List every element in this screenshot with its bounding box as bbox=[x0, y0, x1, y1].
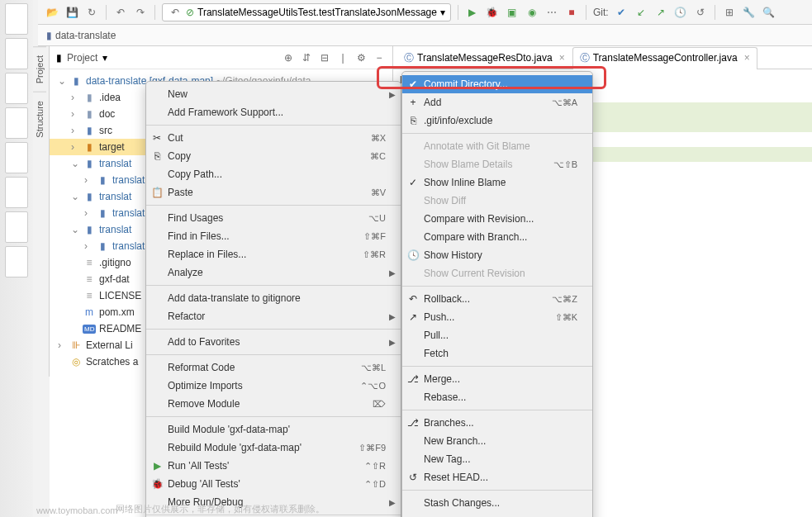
hide-icon[interactable]: − bbox=[373, 51, 386, 64]
menu-label: Annotate with Git Blame bbox=[424, 140, 530, 152]
menu-icon: ↶ bbox=[407, 293, 419, 305]
structure-icon[interactable]: ⊞ bbox=[722, 5, 737, 20]
profile-icon[interactable]: ◉ bbox=[525, 5, 539, 20]
menu-item[interactable]: ✓Show Inline Blame bbox=[402, 173, 592, 192]
editor-tab[interactable]: ⒸTranslateMessageController.java× bbox=[572, 47, 757, 69]
menu-item[interactable]: Build Module 'gxf-data-map' bbox=[146, 420, 401, 439]
chevron-icon[interactable]: › bbox=[84, 207, 93, 219]
close-icon[interactable]: × bbox=[744, 52, 750, 64]
module-icon: ▮ bbox=[69, 75, 83, 87]
collapse-icon[interactable]: ⊟ bbox=[318, 51, 331, 64]
attach-icon[interactable]: ⋯ bbox=[544, 5, 559, 20]
run-config-select[interactable]: ↶ ⊘ TranslateMessageUtilsTest.testTransl… bbox=[162, 3, 451, 21]
menu-item[interactable]: ⎇Branches... bbox=[402, 414, 592, 432]
menu-item[interactable]: Replace in Files...⇧⌘R bbox=[146, 245, 401, 263]
menu-label: Replace in Files... bbox=[168, 249, 246, 260]
menu-separator bbox=[402, 490, 592, 491]
node-icon: ▮ bbox=[83, 125, 96, 136]
chevron-icon[interactable]: › bbox=[71, 108, 79, 120]
vcs-push-icon[interactable]: ↗ bbox=[653, 5, 668, 20]
menu-item[interactable]: Add data-translate to gitignore bbox=[146, 289, 401, 307]
locate-icon[interactable]: ⊕ bbox=[282, 51, 295, 64]
refresh-icon[interactable]: ↻ bbox=[84, 5, 99, 20]
os-dock-strip bbox=[0, 0, 33, 517]
menu-shortcut: ⌥⌘Z bbox=[552, 294, 577, 305]
menu-item[interactable]: Find in Files...⇧⌘F bbox=[146, 227, 401, 245]
menu-item[interactable]: ↺Reset HEAD... bbox=[402, 468, 592, 486]
menu-label: Commit Directory... bbox=[424, 78, 508, 90]
menu-item[interactable]: New Branch... bbox=[402, 432, 592, 450]
undo-icon[interactable]: ↶ bbox=[113, 5, 128, 20]
menu-item[interactable]: Copy Path... bbox=[146, 165, 401, 183]
menu-item[interactable]: Rebase... bbox=[402, 388, 592, 406]
debug-icon[interactable]: 🐞 bbox=[485, 5, 500, 20]
menu-item[interactable]: Reformat Code⌥⌘L bbox=[146, 358, 401, 377]
tree-label: doc bbox=[99, 108, 115, 120]
chevron-icon[interactable]: ⌄ bbox=[71, 224, 79, 235]
menu-item[interactable]: Add Framework Support... bbox=[146, 103, 401, 121]
menu-item[interactable]: Find Usages⌥U bbox=[146, 209, 401, 227]
menu-item[interactable]: 📋Paste⌘V bbox=[146, 183, 401, 202]
menu-item[interactable]: New▶ bbox=[146, 85, 401, 103]
chevron-icon[interactable]: › bbox=[84, 174, 93, 186]
menu-item[interactable]: Fetch bbox=[402, 344, 592, 363]
menu-item[interactable]: 🕓Show History bbox=[402, 246, 592, 264]
save-icon[interactable]: 💾 bbox=[64, 5, 79, 20]
menu-item[interactable]: UnStash Changes... bbox=[402, 512, 592, 517]
editor-tab[interactable]: ⒸTranslateMessageResDto.java× bbox=[397, 47, 572, 69]
run-icon[interactable]: ▶ bbox=[465, 5, 480, 20]
chevron-icon[interactable]: › bbox=[71, 92, 79, 103]
menu-item[interactable]: ↶Rollback...⌥⌘Z bbox=[402, 290, 592, 308]
stop-icon[interactable]: ■ bbox=[564, 5, 579, 20]
chevron-right-icon[interactable]: › bbox=[58, 339, 66, 351]
menu-item[interactable]: ✔Commit Directory... bbox=[402, 75, 592, 93]
menu-item[interactable]: +Add⌥⌘A bbox=[402, 93, 592, 111]
chevron-down-icon[interactable]: ▾ bbox=[102, 52, 107, 64]
menu-item[interactable]: ✂Cut⌘X bbox=[146, 129, 401, 147]
redo-icon[interactable]: ↷ bbox=[133, 5, 148, 20]
menu-item[interactable]: 🐞Debug 'All Tests'⌃⇧D bbox=[146, 475, 401, 493]
settings-icon[interactable]: 🔧 bbox=[742, 5, 757, 20]
vcs-commit-icon[interactable]: ↙ bbox=[634, 5, 648, 20]
gear-icon[interactable]: ⚙ bbox=[354, 51, 368, 64]
menu-item[interactable]: ⎘Copy⌘C bbox=[146, 147, 401, 165]
side-tab-project[interactable]: Project bbox=[33, 46, 46, 92]
menu-item[interactable]: ⎇Merge... bbox=[402, 370, 592, 388]
menu-shortcut: ⌃⌥O bbox=[360, 381, 386, 391]
chevron-down-icon[interactable]: ⌄ bbox=[58, 75, 66, 87]
project-title[interactable]: Project bbox=[67, 52, 97, 64]
menu-item[interactable]: New Tag... bbox=[402, 450, 592, 468]
menu-item: Show Current Revision bbox=[402, 264, 592, 282]
menu-item[interactable]: ⎘.git/info/exclude bbox=[402, 111, 592, 130]
coverage-icon[interactable]: ▣ bbox=[505, 5, 520, 20]
menu-item[interactable]: Analyze▶ bbox=[146, 263, 401, 282]
search-icon[interactable]: 🔍 bbox=[762, 5, 776, 20]
vcs-rollback-icon[interactable]: ↺ bbox=[693, 5, 708, 20]
menu-item[interactable]: Pull... bbox=[402, 326, 592, 344]
breadcrumb-project[interactable]: data-translate bbox=[55, 30, 116, 41]
expand-icon[interactable]: ⇵ bbox=[300, 51, 313, 64]
menu-item[interactable]: ↗Push...⇧⌘K bbox=[402, 308, 592, 326]
menu-item[interactable]: Add to Favorites▶ bbox=[146, 333, 401, 351]
menu-label: Find in Files... bbox=[168, 230, 230, 242]
close-icon[interactable]: × bbox=[559, 52, 565, 64]
run-ok-icon: ⊘ bbox=[186, 7, 194, 18]
vcs-update-icon[interactable]: ✔ bbox=[614, 5, 629, 20]
menu-item[interactable]: Rebuild Module 'gxf-data-map'⇧⌘F9 bbox=[146, 439, 401, 457]
menu-item[interactable]: Stash Changes... bbox=[402, 494, 592, 512]
chevron-icon[interactable]: › bbox=[71, 125, 79, 136]
vcs-history-icon[interactable]: 🕓 bbox=[673, 5, 688, 20]
menu-item[interactable]: Compare with Branch... bbox=[402, 228, 592, 246]
chevron-icon[interactable]: ⌄ bbox=[71, 191, 79, 202]
side-tab-structure[interactable]: Structure bbox=[33, 92, 46, 146]
open-icon[interactable]: 📂 bbox=[45, 5, 59, 20]
chevron-icon[interactable]: › bbox=[71, 141, 79, 153]
chevron-icon[interactable]: ⌄ bbox=[71, 158, 79, 169]
chevron-icon[interactable]: › bbox=[84, 240, 93, 252]
menu-item[interactable]: Optimize Imports⌃⌥O bbox=[146, 377, 401, 395]
menu-item[interactable]: Refactor▶ bbox=[146, 307, 401, 325]
menu-item[interactable]: ▶Run 'All Tests'⌃⇧R bbox=[146, 457, 401, 475]
menu-item[interactable]: Remove Module⌦ bbox=[146, 395, 401, 413]
menu-item[interactable]: Compare with Revision... bbox=[402, 210, 592, 228]
tree-label: translat bbox=[112, 207, 145, 219]
